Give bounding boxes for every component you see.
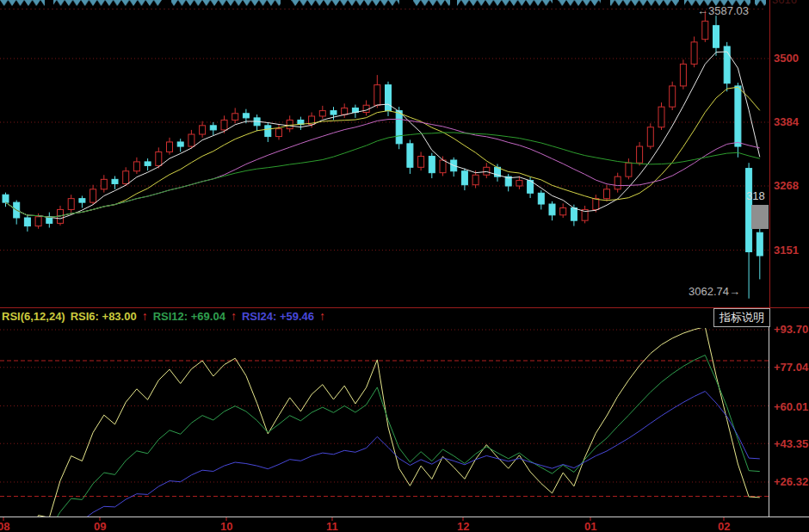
candle (484, 167, 490, 175)
candle (156, 152, 162, 165)
candle (614, 176, 621, 189)
rsi6-value: RSI6: +83.00 (71, 310, 137, 323)
rsi-tick: +77.04 (774, 362, 808, 374)
candle (461, 171, 467, 185)
low-annotation: 3062.74→ (689, 286, 740, 298)
candle (418, 157, 424, 168)
candle (210, 126, 216, 130)
indicator-help-button[interactable]: 指标说明 (713, 308, 770, 327)
ma-line-10 (6, 87, 760, 217)
candle (265, 126, 271, 137)
month-label: 01 (584, 520, 596, 532)
candle (658, 107, 664, 127)
rsi-line-24 (16, 392, 760, 532)
candle (647, 127, 653, 146)
candle (386, 85, 392, 111)
price-tick: 3384 (774, 116, 799, 128)
candle (287, 120, 293, 128)
price-tick-faint: 3616 (772, 0, 797, 6)
peak-annotation: ←3587.03 (697, 5, 749, 17)
candle (713, 26, 719, 48)
candle (626, 163, 632, 176)
rsi-tick: +60.01 (774, 401, 808, 413)
rsi-tick: +93.70 (774, 324, 808, 336)
candle (637, 146, 643, 163)
chart-canvas[interactable] (0, 0, 809, 532)
candle (374, 85, 380, 106)
candle (407, 144, 413, 167)
candle (757, 232, 763, 256)
arrow-left-icon: ← (697, 4, 708, 17)
candle (691, 42, 697, 65)
candle (396, 111, 402, 144)
price-tick: 3268 (774, 180, 799, 192)
arrow-up-icon: ↑ (319, 309, 325, 323)
stock-chart-window: { "colors": { "background": "#000000", "… (0, 0, 809, 532)
arrow-up-icon: ↑ (231, 309, 237, 323)
arrow-right-icon: → (729, 285, 740, 298)
ma-line-5 (6, 52, 760, 219)
candle (440, 160, 446, 173)
candle (319, 111, 325, 116)
candle (538, 193, 544, 204)
candle (177, 142, 183, 146)
candle (516, 181, 522, 186)
arrow-up-icon: ↑ (142, 309, 148, 323)
cursor-price-label: 318 (746, 190, 765, 202)
sawtooth-border (0, 0, 766, 7)
candle (560, 208, 566, 215)
rsi-tick: +26.32 (774, 476, 808, 488)
candle (79, 199, 85, 202)
candle (571, 208, 577, 221)
candle (604, 189, 610, 199)
candle (429, 157, 435, 173)
candle (330, 111, 337, 114)
candle (24, 218, 30, 226)
candle (702, 22, 708, 40)
month-label: 10 (220, 520, 232, 532)
candle (670, 86, 676, 107)
rsi-formula-label: RSI(6,12,24) (2, 310, 65, 323)
rsi-line-6 (16, 327, 760, 532)
candle (167, 142, 173, 152)
candle (35, 217, 41, 226)
candle (276, 129, 282, 137)
candles-group (3, 11, 763, 299)
cursor-box (751, 205, 769, 229)
rsi-tick: +43.35 (774, 438, 808, 450)
month-label: 12 (457, 520, 469, 532)
candle (472, 175, 479, 184)
candle (243, 114, 249, 118)
candle (90, 189, 96, 202)
candle (3, 195, 9, 202)
candle (221, 120, 227, 129)
candle (68, 199, 74, 210)
month-label: 11 (326, 520, 338, 532)
price-tick: 3151 (774, 244, 799, 257)
month-label: 02 (718, 520, 730, 532)
rsi24-value: RSI24: +59.46 (242, 310, 314, 323)
candle (593, 199, 599, 210)
month-label: 08 (0, 520, 9, 532)
ma-line-30 (6, 133, 760, 217)
price-tick: 3500 (774, 53, 799, 65)
rsi12-value: RSI12: +69.04 (153, 310, 225, 323)
candle (680, 64, 686, 86)
candle (549, 204, 555, 215)
candle (112, 179, 118, 183)
rsi-header: RSI(6,12,24) RSI6: +83.00 ↑ RSI12: +69.0… (2, 309, 325, 323)
candle (145, 162, 151, 165)
candle (123, 171, 129, 184)
candle (342, 108, 348, 114)
candle (188, 134, 195, 146)
candle (746, 169, 752, 252)
month-label: 09 (94, 520, 106, 532)
candle (200, 126, 206, 134)
candle (232, 114, 238, 121)
candle (735, 86, 741, 146)
candle (133, 162, 139, 171)
candle (101, 179, 107, 189)
